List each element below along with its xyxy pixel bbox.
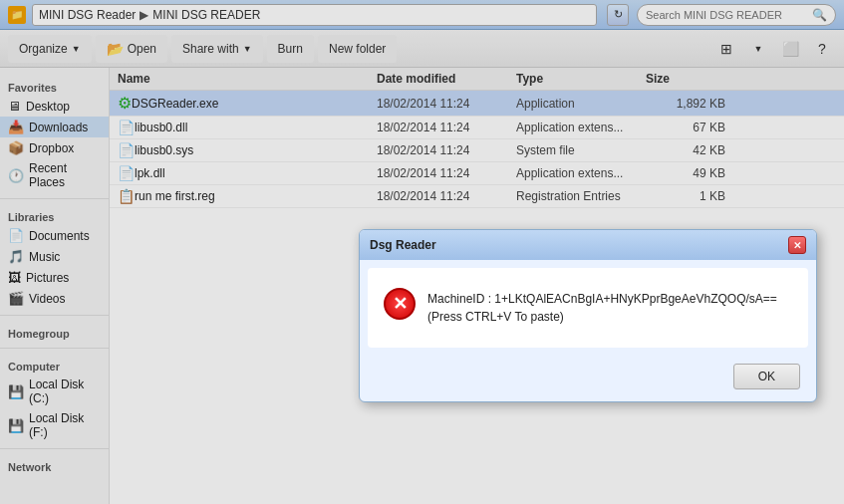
close-icon: ✕ (793, 240, 801, 251)
dialog-message-line1: MachineID : 1+LKtQAlEACnBgIA+HNyKPprBgeA… (427, 290, 777, 308)
dialog-title: Dsg Reader (370, 238, 436, 252)
dialog: Dsg Reader ✕ ✕ MachineID : 1+LKtQAlEACnB… (359, 229, 817, 402)
dialog-footer: OK (360, 356, 816, 401)
dialog-body: ✕ MachineID : 1+LKtQAlEACnBgIA+HNyKPprBg… (368, 268, 808, 348)
error-icon: ✕ (384, 288, 416, 320)
error-x-icon: ✕ (393, 293, 408, 315)
dialog-ok-button[interactable]: OK (733, 364, 800, 389)
dialog-close-button[interactable]: ✕ (788, 236, 806, 254)
dialog-title-bar: Dsg Reader ✕ (360, 230, 816, 260)
dialog-overlay: Dsg Reader ✕ ✕ MachineID : 1+LKtQAlEACnB… (0, 0, 844, 504)
dialog-message-line2: (Press CTRL+V To paste) (427, 308, 777, 326)
dialog-message: MachineID : 1+LKtQAlEACnBgIA+HNyKPprBgeA… (427, 288, 777, 326)
